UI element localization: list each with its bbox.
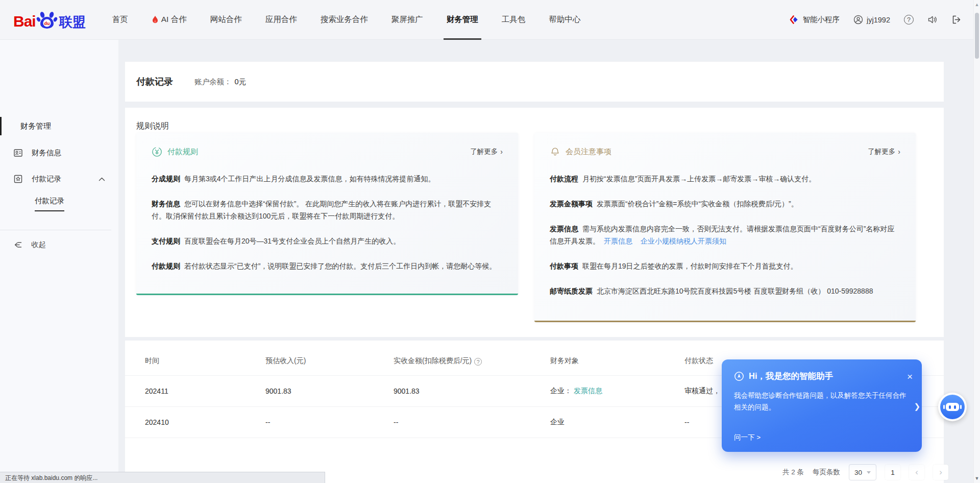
nav-label: 工具包 bbox=[502, 14, 526, 25]
rule-paragraph: 支付规则百度联盟会在每月20号—31号支付企业会员上个自然月产生的收入。 bbox=[152, 235, 503, 247]
chevron-right-icon: › bbox=[939, 467, 942, 477]
nav-label: 网站合作 bbox=[210, 14, 242, 25]
page-scrollbar[interactable]: ▲ ▼ bbox=[973, 0, 980, 483]
baidu-paw-icon: du bbox=[36, 11, 58, 29]
pagination: 共 2 条 每页条数 30 1 ‹ › bbox=[782, 464, 948, 480]
sidebar-section-finance[interactable]: 财务管理 bbox=[0, 122, 118, 131]
user-icon bbox=[853, 15, 863, 25]
nav-item-finance[interactable]: 财务管理 bbox=[447, 0, 478, 40]
page-size-select[interactable]: 30 bbox=[849, 464, 876, 480]
next-page-button[interactable]: › bbox=[933, 465, 948, 480]
rules-panel: 规则说明 付款规则 了解更多 › 分成规则每月第3或4个工作日产出上月分成信息及… bbox=[125, 108, 944, 337]
nav-item-website[interactable]: 网站合作 bbox=[210, 0, 242, 40]
nav-item-home[interactable]: 首页 bbox=[112, 0, 128, 40]
sidebar-collapse-button[interactable]: 收起 bbox=[0, 240, 46, 250]
nav-label: 搜索业务合作 bbox=[321, 14, 368, 25]
assistant-popup: Hi，我是您的智能助手 × 我会帮助您诊断合作链路问题，以及解答您关于任何合作相… bbox=[722, 359, 922, 452]
cell-time: 202410 bbox=[125, 407, 265, 438]
balance-value: 0元 bbox=[235, 78, 247, 86]
collapse-arrow-icon bbox=[13, 240, 23, 249]
assistant-compass-icon bbox=[734, 371, 744, 381]
rule-label: 付款流程 bbox=[550, 175, 578, 183]
nav-label: 帮助中心 bbox=[549, 14, 580, 25]
baidu-union-logo[interactable]: Bai du 联盟 bbox=[13, 11, 86, 29]
help-icon[interactable]: ? bbox=[904, 15, 914, 25]
nav-label: 应用合作 bbox=[265, 14, 297, 25]
cell-received: 9001.83 bbox=[394, 376, 550, 407]
help-icon-glyph: ? bbox=[907, 16, 911, 23]
payment-rules-more-link[interactable]: 了解更多 › bbox=[470, 147, 503, 156]
rule-label: 财务信息 bbox=[152, 200, 180, 208]
ask-assistant-link[interactable]: 问一下 > bbox=[734, 433, 761, 442]
sidebar: 财务管理 财务信息 付款记录 付款记录 收起 bbox=[0, 40, 118, 483]
invoice-detail-link[interactable]: 发票信息 bbox=[574, 387, 602, 395]
mini-program-link[interactable]: 智能小程序 bbox=[790, 15, 840, 25]
rules-section-title: 规则说明 bbox=[136, 121, 169, 132]
rule-text: 联盟在每月19日之后签收的发票，付款时间安排在下个月首批支付。 bbox=[582, 262, 798, 270]
status-text: 正在等待 xlab.baidu.com 的响应... bbox=[5, 474, 97, 481]
page-size-label: 每页条数 bbox=[813, 468, 840, 477]
rule-label: 发票信息 bbox=[550, 225, 578, 233]
sidebar-item-label: 付款记录 bbox=[32, 174, 61, 184]
chevron-right-icon: › bbox=[500, 148, 503, 156]
rule-paragraph: 付款事项联盟在每月19日之后签收的发票，付款时间安排在下个月首批支付。 bbox=[550, 260, 900, 272]
sidebar-subitem-payment-record[interactable]: 付款记录 bbox=[35, 196, 64, 211]
received-help-icon[interactable]: ? bbox=[474, 358, 482, 366]
member-notes-more-link[interactable]: 了解更多 › bbox=[868, 147, 900, 156]
nav-label: AI 合作 bbox=[161, 14, 187, 25]
chevron-right-icon: › bbox=[898, 148, 900, 156]
rule-label: 邮寄纸质发票 bbox=[550, 287, 593, 295]
user-account[interactable]: jyj1992 bbox=[853, 15, 890, 25]
nav-item-help-center[interactable]: 帮助中心 bbox=[549, 0, 580, 40]
rule-text: 百度联盟会在每月20号—31号支付企业会员上个自然月产生的收入。 bbox=[184, 237, 400, 245]
rule-paragraph: 发票信息需与系统内发票信息内容完全一致，否则无法支付。请根据发票信息页面中“百度… bbox=[550, 223, 900, 247]
rule-label: 发票金额事项 bbox=[550, 200, 593, 208]
nav-item-ai[interactable]: AI 合作 bbox=[152, 0, 187, 40]
nav-item-search-biz[interactable]: 搜索业务合作 bbox=[321, 0, 368, 40]
arrow-right-icon: ❯ bbox=[914, 402, 920, 411]
cell-entity: 企业 bbox=[550, 407, 684, 438]
collapse-label: 收起 bbox=[31, 240, 46, 250]
help-icon-glyph: ? bbox=[477, 359, 480, 365]
page-number-current[interactable]: 1 bbox=[885, 465, 900, 480]
scroll-up-icon[interactable]: ▲ bbox=[974, 2, 980, 7]
payment-rules-card: 付款规则 了解更多 › 分成规则每月第3或4个工作日产出上月分成信息及发票信息，… bbox=[136, 133, 518, 295]
page-header-panel: 付款记录 账户余额：0元 bbox=[125, 62, 944, 102]
rule-text: 每月第3或4个工作日产出上月分成信息及发票信息，如有特殊情况将提前通知。 bbox=[184, 175, 435, 183]
invoice-info-link[interactable]: 开票信息 bbox=[604, 237, 632, 245]
col-header-received: 实收金额(扣除税费后/元)? bbox=[394, 347, 550, 376]
logout-icon[interactable] bbox=[951, 15, 962, 25]
scrollbar-thumb[interactable] bbox=[975, 13, 979, 59]
rule-text: 北京市海淀区西北旺东路10号院百度科技园5号楼 百度联盟财务组（收） 010-5… bbox=[597, 287, 873, 295]
member-notes-card: 会员注意事项 了解更多 › 付款流程月初按“发票信息”页面开具发票→上传发票→邮… bbox=[534, 133, 916, 322]
close-icon[interactable]: × bbox=[907, 372, 913, 381]
robot-icon bbox=[940, 395, 965, 419]
account-balance: 账户余额：0元 bbox=[194, 77, 246, 87]
sound-icon[interactable] bbox=[927, 15, 938, 25]
nav-right-tools: 智能小程序 jyj1992 ? bbox=[790, 15, 962, 25]
small-taxpayer-notice-link[interactable]: 企业小规模纳税人开票须知 bbox=[641, 237, 726, 245]
sidebar-item-payment-record[interactable]: 付款记录 bbox=[0, 174, 118, 184]
nav-label: 财务管理 bbox=[447, 14, 478, 25]
chevron-up-icon[interactable] bbox=[99, 177, 105, 181]
col-header-estimated: 预估收入(元) bbox=[265, 347, 394, 376]
cell-time: 202411 bbox=[125, 376, 265, 407]
assistant-fab-button[interactable] bbox=[938, 393, 967, 421]
scroll-down-icon[interactable]: ▼ bbox=[974, 476, 980, 481]
rule-text: 若付款状态显示“已支付”，说明联盟已安排了您的付款。支付后三个工作日内到帐，请您… bbox=[184, 262, 496, 270]
nav-item-screen-promo[interactable]: 聚屏推广 bbox=[391, 0, 423, 40]
assistant-title: Hi，我是您的智能助手 bbox=[749, 371, 833, 382]
prev-page-button[interactable]: ‹ bbox=[909, 465, 924, 480]
nav-label: 首页 bbox=[112, 14, 128, 25]
nav-item-toolkit[interactable]: 工具包 bbox=[502, 0, 526, 40]
caret-down-icon bbox=[867, 471, 871, 474]
sidebar-subitem-label: 付款记录 bbox=[35, 196, 64, 211]
cell-estimated: 9001.83 bbox=[265, 376, 394, 407]
sidebar-item-finance-info[interactable]: 财务信息 bbox=[0, 148, 118, 158]
payment-rules-title: 付款规则 bbox=[167, 147, 198, 157]
flame-icon bbox=[152, 15, 159, 24]
pagination-total: 共 2 条 bbox=[782, 468, 804, 477]
balance-label: 账户余额： bbox=[194, 78, 232, 86]
col-header-entity: 财务对象 bbox=[550, 347, 684, 376]
nav-item-app[interactable]: 应用合作 bbox=[265, 0, 297, 40]
